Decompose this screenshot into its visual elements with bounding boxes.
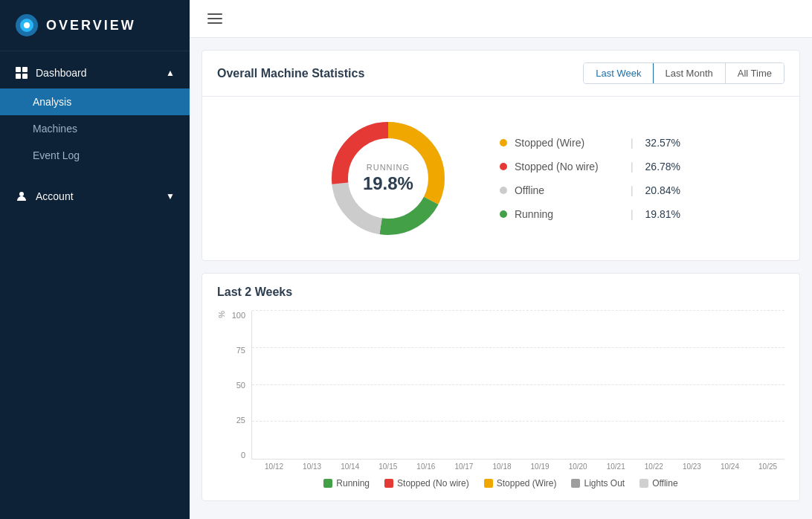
chart-legend-label-offline: Offline [652, 478, 677, 489]
bar-group [521, 311, 555, 459]
sidebar: OVERVIEW Dashboard ▲ Analysis Machines E… [0, 0, 190, 519]
y-axis-label: % [217, 311, 226, 318]
app-name: OVERVIEW [46, 18, 136, 33]
x-label: 10/13 [295, 462, 329, 471]
bar-group [559, 311, 593, 459]
x-label: 10/16 [409, 462, 442, 471]
stats-legend: Stopped (Wire) | 32.57% Stopped (No wire… [500, 137, 680, 220]
sidebar-item-analysis[interactable]: Analysis [0, 88, 190, 115]
chart-legend-color-stopped-no-wire [384, 479, 393, 488]
chart-legend-lights-out: Lights Out [571, 478, 625, 489]
legend-dot-stopped-no-wire [500, 163, 507, 170]
bar-group [291, 311, 325, 459]
x-label: 10/23 [675, 462, 709, 471]
legend-value-offline: 20.84% [645, 184, 680, 196]
bar-group [367, 311, 402, 459]
sidebar-item-account[interactable]: Account ▼ [0, 181, 190, 212]
logo-icon [15, 13, 39, 37]
legend-item-running: Running | 19.81% [500, 208, 680, 220]
legend-name-stopped-wire: Stopped (Wire) [515, 137, 619, 149]
stats-card-title: Overall Machine Statistics [217, 67, 364, 80]
bar-group [751, 311, 785, 459]
chart-legend-color-running [323, 479, 332, 488]
bar-group [405, 311, 439, 459]
time-btn-last-week[interactable]: Last Week [583, 62, 654, 84]
bars-area [251, 311, 784, 460]
bar-chart-card: Last 2 Weeks % 0 25 50 75 [202, 273, 800, 501]
bar-chart-title: Last 2 Weeks [217, 286, 292, 299]
legend-value-stopped-no-wire: 26.78% [645, 161, 680, 173]
x-label: 10/19 [523, 462, 557, 471]
svg-rect-4 [22, 67, 28, 72]
bar-group [444, 311, 478, 459]
time-btn-last-month[interactable]: Last Month [653, 63, 725, 83]
legend-name-stopped-no-wire: Stopped (No wire) [515, 161, 619, 173]
bar-chart-container: 0 25 50 75 100 [228, 311, 784, 460]
chevron-up-icon: ▲ [166, 68, 175, 78]
x-label: 10/12 [257, 462, 291, 471]
x-label: 10/14 [333, 462, 367, 471]
stats-card-body: RUNNING 19.8% Stopped (Wire) | 32.57% St… [202, 97, 799, 260]
legend-name-offline: Offline [515, 184, 619, 196]
chart-legend-label-running: Running [336, 478, 370, 489]
bar-group [482, 311, 516, 459]
legend-value-running: 19.81% [645, 208, 680, 220]
svg-rect-3 [16, 67, 21, 72]
svg-point-2 [24, 22, 30, 28]
time-filter-buttons: Last Week Last Month All Time [583, 62, 784, 84]
legend-value-stopped-wire: 32.57% [645, 137, 680, 149]
legend-item-stopped-wire: Stopped (Wire) | 32.57% [500, 137, 680, 149]
legend-item-offline: Offline | 20.84% [500, 184, 680, 196]
legend-dot-running [500, 210, 507, 218]
chevron-down-icon: ▼ [166, 191, 175, 202]
bar-group [636, 311, 670, 459]
account-icon [15, 190, 28, 203]
sidebar-item-dashboard[interactable]: Dashboard ▲ [0, 57, 190, 88]
x-label: 10/21 [599, 462, 633, 471]
chart-legend-label-stopped-wire: Stopped (Wire) [497, 478, 557, 489]
menu-button[interactable] [204, 10, 225, 27]
x-label: 10/18 [485, 462, 518, 471]
analysis-label: Analysis [33, 96, 71, 108]
legend-dot-stopped-wire [500, 139, 507, 146]
main-content: Overall Machine Statistics Last Week Las… [190, 0, 812, 519]
chart-legend-offline: Offline [639, 478, 677, 489]
y-axis: 0 25 50 75 100 [228, 311, 251, 460]
donut-label-top: RUNNING [363, 163, 413, 172]
chart-legend-stopped-no-wire: Stopped (No wire) [384, 478, 469, 489]
stats-card: Overall Machine Statistics Last Week Las… [202, 50, 800, 261]
machines-label: Machines [33, 123, 77, 135]
donut-chart: RUNNING 19.8% [321, 112, 455, 245]
time-btn-all-time[interactable]: All Time [726, 63, 784, 83]
account-label: Account [36, 190, 74, 202]
donut-label: RUNNING 19.8% [363, 163, 413, 194]
dashboard-icon [15, 66, 28, 80]
chart-legend-color-stopped-wire [484, 479, 493, 488]
x-labels: 10/1210/1310/1410/1510/1610/1710/1810/19… [228, 462, 784, 471]
x-label: 10/17 [447, 462, 480, 471]
sidebar-item-machines[interactable]: Machines [0, 115, 190, 142]
chart-legend-label-stopped-no-wire: Stopped (No wire) [397, 478, 469, 489]
svg-rect-5 [16, 74, 21, 79]
bar-chart-header: Last 2 Weeks [202, 274, 799, 311]
bar-group [597, 311, 631, 459]
x-label: 10/20 [561, 462, 595, 471]
legend-dot-offline [500, 187, 507, 194]
x-label: 10/22 [637, 462, 671, 471]
bar-group [329, 311, 363, 459]
dashboard-label: Dashboard [36, 67, 87, 79]
chart-legend-color-offline [639, 479, 648, 488]
content-area: Overall Machine Statistics Last Week Las… [190, 38, 812, 519]
svg-point-7 [19, 192, 24, 196]
nav-section-account: Account ▼ [0, 175, 190, 218]
logo-area: OVERVIEW [0, 0, 190, 51]
bar-group [252, 311, 286, 459]
bar-group [674, 311, 708, 459]
bar-group [712, 311, 747, 459]
chart-legend-color-lights-out [571, 479, 580, 488]
chart-legend-running: Running [323, 478, 370, 489]
stats-card-header: Overall Machine Statistics Last Week Las… [202, 51, 799, 97]
x-label: 10/15 [371, 462, 405, 471]
x-label: 10/24 [713, 462, 747, 471]
sidebar-item-event-log[interactable]: Event Log [0, 142, 190, 169]
